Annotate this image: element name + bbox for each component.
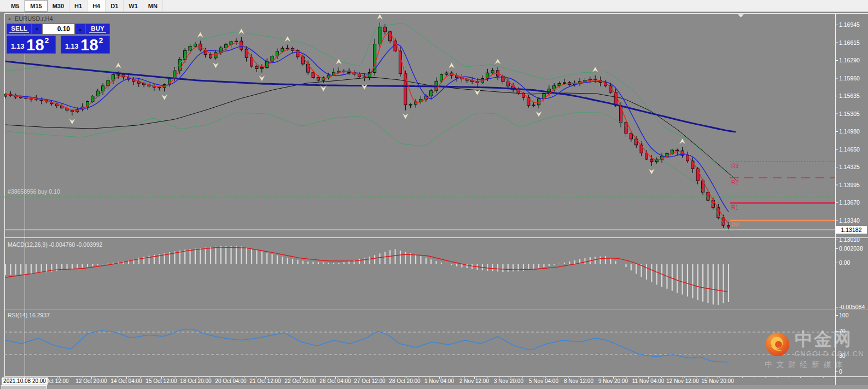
- buy-price-display[interactable]: 1.13 18 2: [61, 36, 110, 54]
- one-click-trading-panel: ▲ EURUSD.r,H4 SELL ▼ ▲ BUY 1.13 18 2: [7, 15, 110, 54]
- time-axis-label: 5 Nov 04:00: [529, 378, 558, 384]
- scrollbar-thumb[interactable]: [1, 385, 47, 389]
- price-axis-label: 1.13995: [839, 182, 860, 188]
- timeframe-toolbar: M5M15M30H1H4D1W1MN: [0, 0, 868, 12]
- sell-button-label: SELL: [9, 25, 28, 33]
- rsi-axis-label: 0: [839, 368, 842, 375]
- time-axis-label: 8 Nov 12:00: [564, 378, 593, 384]
- sell-button[interactable]: SELL: [7, 24, 32, 34]
- price-axis-label: 1.13010: [839, 236, 860, 243]
- sell-price-big: 18: [26, 38, 44, 52]
- macd-axis-label: 0.00: [839, 259, 850, 266]
- macd-axis-label: -0.005084: [839, 304, 865, 310]
- sell-price-small: 1.13: [11, 43, 24, 50]
- buy-price-small: 1.13: [65, 43, 78, 50]
- selected-time-label: 2021.10.08 20:00: [2, 378, 48, 385]
- price-axis-label: 1.15305: [839, 111, 860, 117]
- horizontal-scrollbar[interactable]: [0, 385, 868, 389]
- volume-decrease-button[interactable]: ▼: [32, 24, 42, 34]
- down-arrow-icon: ▼: [35, 27, 39, 31]
- up-arrow-icon: ▲: [78, 27, 82, 31]
- price-axis-label: 1.13670: [839, 199, 860, 206]
- collapse-panel-icon[interactable]: ▲: [8, 16, 11, 20]
- macd-axis-label: 0.002038: [839, 245, 863, 252]
- time-axis-label: 20 Oct 04:00: [215, 378, 246, 384]
- buy-button[interactable]: BUY: [85, 24, 110, 34]
- timeframe-button-mn[interactable]: MN: [143, 0, 163, 11]
- time-axis-label: 22 Oct 20:00: [284, 378, 316, 384]
- time-axis-label: 1 Nov 04:00: [424, 378, 454, 384]
- price-axis-label: 1.16615: [839, 39, 860, 46]
- volume-increase-button[interactable]: ▲: [75, 24, 85, 34]
- chart-symbol-title: EURUSD.r,H4: [15, 15, 53, 22]
- time-axis-label: 9 Nov 20:00: [598, 378, 628, 384]
- time-axis-label: 12 Oct 20:00: [75, 378, 107, 384]
- rsi-axis-label: 30: [839, 352, 846, 359]
- time-axis-label: 15 Nov 20:00: [701, 378, 734, 384]
- buy-button-label: BUY: [89, 25, 106, 33]
- macd-panel[interactable]: [4, 239, 835, 310]
- time-axis-label: 15 Oct 12:00: [145, 378, 177, 384]
- time-axis-label: 27 Oct 12:00: [354, 378, 385, 384]
- time-axis-label: 12 Nov 12:00: [666, 378, 699, 384]
- price-axis-label: 1.14980: [839, 128, 860, 135]
- price-axis-label: 1.15635: [839, 92, 860, 99]
- rsi-panel[interactable]: [4, 311, 835, 376]
- timeframe-button-h1[interactable]: H1: [69, 0, 88, 11]
- time-axis-label: 14 Oct 04:00: [110, 378, 142, 384]
- time-axis-label: Oct 12:00: [45, 378, 68, 384]
- rsi-axis-label: 100: [839, 312, 849, 318]
- price-axis[interactable]: 1.13182 1.169451.166151.162901.159601.15…: [836, 13, 868, 376]
- rsi-axis-label: 70: [839, 328, 846, 334]
- time-axis-label: 3 Nov 20:00: [494, 378, 523, 384]
- buy-price-big: 18: [80, 38, 98, 52]
- sell-price-display[interactable]: 1.13 18 2: [7, 36, 56, 54]
- timeframe-button-w1[interactable]: W1: [124, 0, 143, 11]
- timeframe-button-m30[interactable]: M30: [48, 0, 69, 11]
- main-chart-area[interactable]: [4, 13, 835, 237]
- time-axis-label: 11 Nov 04:00: [632, 378, 665, 384]
- price-axis-label: 1.16290: [839, 57, 860, 63]
- buy-price-pip: 2: [99, 36, 103, 45]
- timeframe-button-d1[interactable]: D1: [106, 0, 124, 11]
- timeframe-button-h4[interactable]: H4: [88, 0, 106, 11]
- time-axis-label: 26 Oct 04:00: [319, 378, 351, 384]
- timeframe-button-m15[interactable]: M15: [25, 0, 47, 11]
- timeframe-button-m5[interactable]: M5: [6, 0, 25, 11]
- price-axis-label: 1.16945: [839, 21, 860, 28]
- price-axis-label: 1.15960: [839, 75, 860, 82]
- time-axis-label: 21 Oct 12:00: [249, 378, 281, 384]
- time-axis-label: 2 Nov 12:00: [459, 378, 489, 384]
- sell-price-pip: 2: [45, 36, 49, 45]
- time-axis-label: 18 Oct 20:00: [180, 378, 211, 384]
- chart-title-row: ▲ EURUSD.r,H4: [8, 15, 110, 22]
- time-axis-label: 28 Oct 20:00: [389, 378, 420, 384]
- price-axis-label: 1.13340: [839, 217, 860, 224]
- volume-input[interactable]: [42, 24, 75, 34]
- time-axis[interactable]: 2021.10.08 20:00 Oct 12:0012 Oct 20:0014…: [0, 376, 868, 385]
- mt4-chart-window: M5M15M30H1H4D1W1MN 1.13182 1.169451.1661…: [0, 0, 868, 389]
- price-axis-label: 1.14325: [839, 164, 860, 170]
- current-price-tag: 1.13182: [836, 226, 867, 234]
- price-axis-label: 1.14650: [839, 146, 860, 153]
